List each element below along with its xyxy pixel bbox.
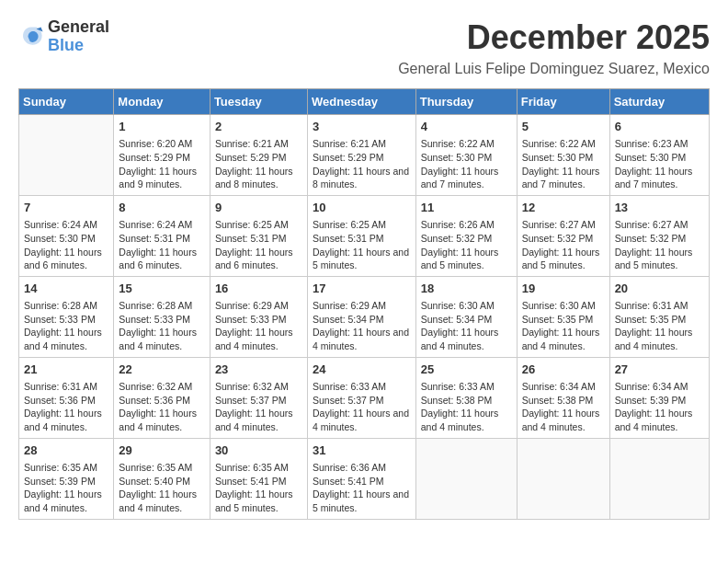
day-info: Sunrise: 6:35 AMSunset: 5:39 PMDaylight:… [24, 461, 108, 515]
day-number: 11 [421, 200, 512, 216]
calendar-cell: 28Sunrise: 6:35 AMSunset: 5:39 PMDayligh… [19, 438, 114, 519]
header-monday: Monday [114, 89, 210, 115]
calendar-cell: 4Sunrise: 6:22 AMSunset: 5:30 PMDaylight… [415, 115, 517, 196]
calendar-cell [19, 115, 114, 196]
day-info: Sunrise: 6:36 AMSunset: 5:41 PMDaylight:… [313, 461, 411, 515]
day-info: Sunrise: 6:33 AMSunset: 5:38 PMDaylight:… [421, 380, 512, 434]
calendar-cell: 1Sunrise: 6:20 AMSunset: 5:29 PMDaylight… [114, 115, 210, 196]
calendar-cell: 15Sunrise: 6:28 AMSunset: 5:33 PMDayligh… [114, 276, 210, 357]
day-info: Sunrise: 6:20 AMSunset: 5:29 PMDaylight:… [119, 137, 205, 191]
day-number: 13 [615, 200, 704, 216]
day-number: 9 [215, 200, 302, 216]
day-info: Sunrise: 6:22 AMSunset: 5:30 PMDaylight:… [421, 137, 512, 191]
calendar-cell [415, 438, 517, 519]
day-info: Sunrise: 6:22 AMSunset: 5:30 PMDaylight:… [522, 137, 605, 191]
day-number: 3 [313, 119, 411, 135]
calendar-cell: 6Sunrise: 6:23 AMSunset: 5:30 PMDaylight… [609, 115, 709, 196]
calendar-cell: 9Sunrise: 6:25 AMSunset: 5:31 PMDaylight… [210, 195, 307, 276]
calendar-cell: 20Sunrise: 6:31 AMSunset: 5:35 PMDayligh… [609, 276, 709, 357]
calendar-cell: 23Sunrise: 6:32 AMSunset: 5:37 PMDayligh… [210, 357, 307, 438]
day-number: 20 [615, 281, 704, 297]
day-number: 10 [313, 200, 411, 216]
header-row: Sunday Monday Tuesday Wednesday Thursday… [19, 89, 710, 115]
day-number: 5 [522, 119, 605, 135]
day-info: Sunrise: 6:29 AMSunset: 5:34 PMDaylight:… [313, 299, 411, 353]
day-info: Sunrise: 6:33 AMSunset: 5:37 PMDaylight:… [313, 380, 411, 434]
day-info: Sunrise: 6:26 AMSunset: 5:32 PMDaylight:… [421, 218, 512, 272]
header-thursday: Thursday [415, 89, 517, 115]
day-number: 23 [215, 362, 302, 378]
day-number: 31 [313, 442, 411, 459]
calendar-cell: 30Sunrise: 6:35 AMSunset: 5:41 PMDayligh… [210, 438, 307, 519]
day-number: 28 [24, 442, 108, 459]
day-info: Sunrise: 6:25 AMSunset: 5:31 PMDaylight:… [215, 218, 302, 272]
day-info: Sunrise: 6:23 AMSunset: 5:30 PMDaylight:… [615, 137, 704, 191]
page-container: General Blue December 2025 General Luis … [18, 18, 710, 520]
day-info: Sunrise: 6:25 AMSunset: 5:31 PMDaylight:… [313, 218, 411, 272]
calendar-cell: 29Sunrise: 6:35 AMSunset: 5:40 PMDayligh… [114, 438, 210, 519]
title-block: December 2025 [467, 18, 710, 57]
calendar-cell [609, 438, 709, 519]
calendar-cell: 14Sunrise: 6:28 AMSunset: 5:33 PMDayligh… [19, 276, 114, 357]
calendar-cell: 7Sunrise: 6:24 AMSunset: 5:30 PMDaylight… [19, 195, 114, 276]
day-info: Sunrise: 6:34 AMSunset: 5:38 PMDaylight:… [522, 380, 605, 434]
day-number: 8 [119, 200, 205, 216]
calendar-cell: 16Sunrise: 6:29 AMSunset: 5:33 PMDayligh… [210, 276, 307, 357]
calendar-cell: 13Sunrise: 6:27 AMSunset: 5:32 PMDayligh… [609, 195, 709, 276]
header-tuesday: Tuesday [210, 89, 307, 115]
day-number: 7 [24, 200, 108, 216]
calendar-table: Sunday Monday Tuesday Wednesday Thursday… [18, 88, 710, 520]
day-info: Sunrise: 6:24 AMSunset: 5:31 PMDaylight:… [119, 218, 205, 272]
day-info: Sunrise: 6:27 AMSunset: 5:32 PMDaylight:… [522, 218, 605, 272]
day-number: 15 [119, 281, 205, 297]
day-number: 29 [119, 442, 205, 459]
day-info: Sunrise: 6:24 AMSunset: 5:30 PMDaylight:… [24, 218, 108, 272]
day-info: Sunrise: 6:30 AMSunset: 5:34 PMDaylight:… [421, 299, 512, 353]
calendar-cell: 11Sunrise: 6:26 AMSunset: 5:32 PMDayligh… [415, 195, 517, 276]
day-info: Sunrise: 6:28 AMSunset: 5:33 PMDaylight:… [24, 299, 108, 353]
day-info: Sunrise: 6:31 AMSunset: 5:35 PMDaylight:… [615, 299, 704, 353]
calendar-body: 1Sunrise: 6:20 AMSunset: 5:29 PMDaylight… [19, 115, 710, 520]
calendar-cell: 27Sunrise: 6:34 AMSunset: 5:39 PMDayligh… [609, 357, 709, 438]
header-friday: Friday [517, 89, 609, 115]
calendar-week-4: 21Sunrise: 6:31 AMSunset: 5:36 PMDayligh… [19, 357, 710, 438]
calendar-week-3: 14Sunrise: 6:28 AMSunset: 5:33 PMDayligh… [19, 276, 710, 357]
calendar-week-5: 28Sunrise: 6:35 AMSunset: 5:39 PMDayligh… [19, 438, 710, 519]
calendar-cell [517, 438, 609, 519]
calendar-cell: 31Sunrise: 6:36 AMSunset: 5:41 PMDayligh… [307, 438, 415, 519]
calendar-cell: 18Sunrise: 6:30 AMSunset: 5:34 PMDayligh… [415, 276, 517, 357]
day-number: 26 [522, 362, 605, 378]
day-number: 19 [522, 281, 605, 297]
calendar-cell: 12Sunrise: 6:27 AMSunset: 5:32 PMDayligh… [517, 195, 609, 276]
day-number: 16 [215, 281, 302, 297]
day-number: 24 [313, 362, 411, 378]
day-number: 4 [421, 119, 512, 135]
calendar-cell: 10Sunrise: 6:25 AMSunset: 5:31 PMDayligh… [307, 195, 415, 276]
day-number: 17 [313, 281, 411, 297]
day-number: 12 [522, 200, 605, 216]
calendar-cell: 3Sunrise: 6:21 AMSunset: 5:29 PMDaylight… [307, 115, 415, 196]
day-info: Sunrise: 6:29 AMSunset: 5:33 PMDaylight:… [215, 299, 302, 353]
day-number: 25 [421, 362, 512, 378]
day-info: Sunrise: 6:35 AMSunset: 5:40 PMDaylight:… [119, 461, 205, 515]
day-info: Sunrise: 6:27 AMSunset: 5:32 PMDaylight:… [615, 218, 704, 272]
calendar-cell: 22Sunrise: 6:32 AMSunset: 5:36 PMDayligh… [114, 357, 210, 438]
day-info: Sunrise: 6:21 AMSunset: 5:29 PMDaylight:… [215, 137, 302, 191]
calendar-header: Sunday Monday Tuesday Wednesday Thursday… [19, 89, 710, 115]
day-info: Sunrise: 6:32 AMSunset: 5:37 PMDaylight:… [215, 380, 302, 434]
logo-text: General Blue [48, 18, 109, 55]
day-info: Sunrise: 6:32 AMSunset: 5:36 PMDaylight:… [119, 380, 205, 434]
day-number: 2 [215, 119, 302, 135]
logo-general: General [48, 17, 109, 36]
calendar-cell: 5Sunrise: 6:22 AMSunset: 5:30 PMDaylight… [517, 115, 609, 196]
day-number: 30 [215, 442, 302, 459]
header: General Blue December 2025 [18, 18, 710, 57]
day-info: Sunrise: 6:30 AMSunset: 5:35 PMDaylight:… [522, 299, 605, 353]
header-sunday: Sunday [19, 89, 114, 115]
day-number: 1 [119, 119, 205, 135]
calendar-cell: 24Sunrise: 6:33 AMSunset: 5:37 PMDayligh… [307, 357, 415, 438]
calendar-cell: 25Sunrise: 6:33 AMSunset: 5:38 PMDayligh… [415, 357, 517, 438]
logo: General Blue [18, 18, 109, 55]
day-info: Sunrise: 6:21 AMSunset: 5:29 PMDaylight:… [313, 137, 411, 191]
month-title: December 2025 [467, 18, 710, 57]
